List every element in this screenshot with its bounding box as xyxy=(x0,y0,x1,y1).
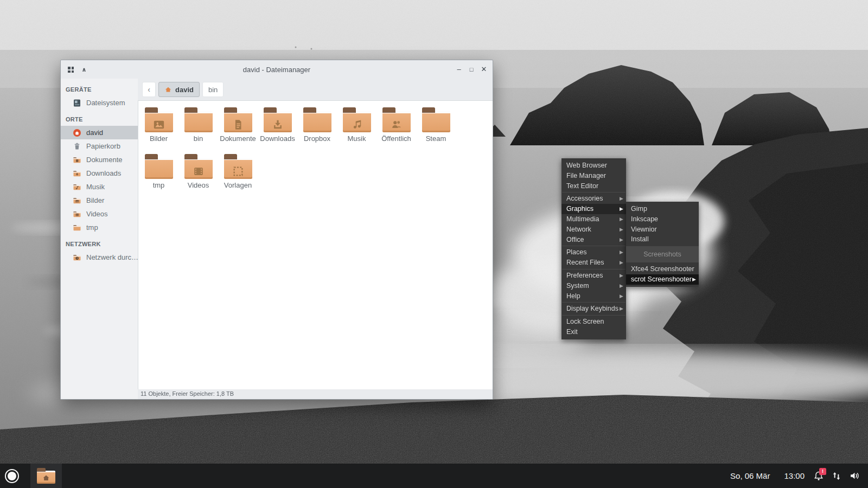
sidebar-item-label: tmp xyxy=(86,223,98,232)
file-label: Musik xyxy=(337,134,376,143)
filesystem-icon xyxy=(73,99,81,107)
sidebar: GERÄTE Dateisystem ORTE david Papierkorb xyxy=(61,79,138,399)
menu-separator xyxy=(562,302,626,303)
sidebar-item-netzwerk[interactable]: Netzwerk durc… xyxy=(61,251,138,264)
breadcrumb-david[interactable]: david xyxy=(158,82,200,97)
folder-icon xyxy=(145,154,173,179)
sidebar-item-bilder[interactable]: Bilder xyxy=(61,194,138,207)
sidebar-item-dateisystem[interactable]: Dateisystem xyxy=(61,96,138,110)
menu-item-label: Network xyxy=(566,226,591,233)
menu-item-multimedia[interactable]: Multimedia▶ xyxy=(561,214,626,224)
menu-item-preferences[interactable]: Preferences▶ xyxy=(561,271,626,281)
sidebar-item-label: Videos xyxy=(86,210,108,218)
back-button[interactable]: ‹ xyxy=(142,82,156,97)
sidebar-item-musik[interactable]: Musik xyxy=(61,180,138,194)
sidebar-item-videos[interactable]: Videos xyxy=(61,207,138,221)
submenu-arrow-icon: ▶ xyxy=(620,204,623,214)
menu-item-accessories[interactable]: Accessories▶ xyxy=(561,194,626,204)
desktop-context-menu: Web Browser File Manager Text Editor Acc… xyxy=(561,158,626,339)
file-folder-bilder[interactable]: Bilder xyxy=(139,107,178,154)
menu-item-text-editor[interactable]: Text Editor xyxy=(561,181,626,191)
breadcrumb-label: bin xyxy=(208,86,218,94)
image-emblem-icon xyxy=(153,119,165,131)
file-folder-tmp[interactable]: tmp xyxy=(139,154,178,201)
app-menu-button[interactable] xyxy=(5,469,19,483)
submenu-item-xfce4-screenshooter[interactable]: Xfce4 Screenshooter xyxy=(626,264,699,274)
menu-item-office[interactable]: Office▶ xyxy=(561,235,626,245)
menu-item-label: Graphics xyxy=(566,205,593,213)
menu-item-places[interactable]: Places▶ xyxy=(561,247,626,258)
menu-item-graphics[interactable]: Graphics▶ xyxy=(561,204,626,214)
menu-item-recent-files[interactable]: Recent Files▶ xyxy=(561,258,626,268)
minimize-button[interactable]: – xyxy=(455,65,463,74)
submenu-arrow-icon: ▶ xyxy=(620,291,623,301)
folder-icon xyxy=(422,107,450,132)
sidebar-item-dokumente[interactable]: Dokumente xyxy=(61,153,138,166)
submenu-item-install[interactable]: Install xyxy=(626,234,699,245)
menu-item-help[interactable]: Help▶ xyxy=(561,291,626,301)
sidebar-item-label: Musik xyxy=(86,183,105,191)
menu-separator xyxy=(562,192,626,192)
submenu-item-scrot-screenshooter[interactable]: scrot Screenshooter▶ xyxy=(626,274,699,285)
pictures-folder-icon xyxy=(73,196,81,205)
file-label: bin xyxy=(178,134,218,143)
home-icon xyxy=(164,86,172,93)
file-view[interactable]: Bilder bin Dokumente xyxy=(138,100,493,389)
sidebar-item-david[interactable]: david xyxy=(61,126,138,139)
file-folder-musik[interactable]: Musik xyxy=(337,107,376,154)
window-menu-grid-icon[interactable] xyxy=(68,67,74,73)
taskbar-window-file-manager[interactable] xyxy=(30,464,62,488)
sidebar-item-label: david xyxy=(86,129,103,137)
menu-item-display-keybinds[interactable]: Display Keybinds▶ xyxy=(561,304,626,314)
sidebar-item-label: Netzwerk durc… xyxy=(86,253,138,261)
close-button[interactable]: ✕ xyxy=(480,65,488,74)
breadcrumb-bin[interactable]: bin xyxy=(202,82,224,97)
menu-item-file-manager[interactable]: File Manager xyxy=(561,171,626,181)
maximize-button[interactable]: □ xyxy=(467,65,476,74)
network-traffic-icon[interactable] xyxy=(831,471,842,481)
date-label: So, 06 Mär xyxy=(730,471,770,480)
menu-item-system[interactable]: System▶ xyxy=(561,281,626,291)
file-folder-dokumente[interactable]: Dokumente xyxy=(218,107,258,154)
menu-item-label: Preferences xyxy=(566,272,603,279)
file-folder-oeffentlich[interactable]: Öffentlich xyxy=(376,107,416,154)
status-bar: 11 Objekte, Freier Speicher: 1,8 TB xyxy=(138,389,493,399)
notifications-bell-icon[interactable]: ! xyxy=(813,471,824,481)
menu-item-web-browser[interactable]: Web Browser xyxy=(561,160,626,171)
submenu-arrow-icon: ▶ xyxy=(692,274,696,285)
file-label: Dokumente xyxy=(218,134,258,143)
file-folder-dropbox[interactable]: Dropbox xyxy=(297,107,337,154)
menu-item-label: Exit xyxy=(566,328,578,336)
folder-icon xyxy=(382,107,411,132)
desktop[interactable]: ∧ david - Dateimanager – □ ✕ GERÄTE Date… xyxy=(0,0,868,488)
sidebar-item-tmp[interactable]: tmp xyxy=(61,221,138,234)
menu-item-label: Install xyxy=(631,235,649,243)
file-folder-steam[interactable]: Steam xyxy=(416,107,456,154)
file-folder-bin[interactable]: bin xyxy=(178,107,218,154)
download-emblem-icon xyxy=(272,119,284,131)
sidebar-item-downloads[interactable]: Downloads xyxy=(61,166,138,180)
file-label: Vorlagen xyxy=(218,181,258,189)
folder-icon xyxy=(224,107,252,132)
path-toolbar: ‹ david bin xyxy=(138,79,493,100)
menu-item-lock-screen[interactable]: Lock Screen xyxy=(561,317,626,327)
menu-item-exit[interactable]: Exit xyxy=(561,327,626,337)
file-folder-downloads[interactable]: Downloads xyxy=(258,107,297,154)
window-collapse-icon[interactable]: ∧ xyxy=(79,63,89,74)
submenu-item-viewnior[interactable]: Viewnior xyxy=(626,224,699,235)
file-folder-videos[interactable]: Videos xyxy=(178,154,218,201)
clock[interactable]: So, 06 Mär 13:00 xyxy=(730,471,805,480)
volume-icon[interactable] xyxy=(849,470,860,481)
window-titlebar[interactable]: ∧ david - Dateimanager – □ ✕ xyxy=(61,60,493,79)
sidebar-section-devices: GERÄTE xyxy=(61,83,138,96)
time-label: 13:00 xyxy=(784,471,805,480)
folder-icon xyxy=(184,154,213,179)
trash-icon xyxy=(73,142,81,151)
sidebar-item-papierkorb[interactable]: Papierkorb xyxy=(61,139,138,153)
file-folder-vorlagen[interactable]: Vorlagen xyxy=(218,154,258,201)
taskbar: So, 06 Mär 13:00 ! xyxy=(0,464,868,488)
submenu-item-gimp[interactable]: Gimp xyxy=(626,204,699,214)
menu-item-network[interactable]: Network▶ xyxy=(561,224,626,235)
menu-item-label: Viewnior xyxy=(631,226,657,233)
submenu-item-inkscape[interactable]: Inkscape xyxy=(626,214,699,224)
